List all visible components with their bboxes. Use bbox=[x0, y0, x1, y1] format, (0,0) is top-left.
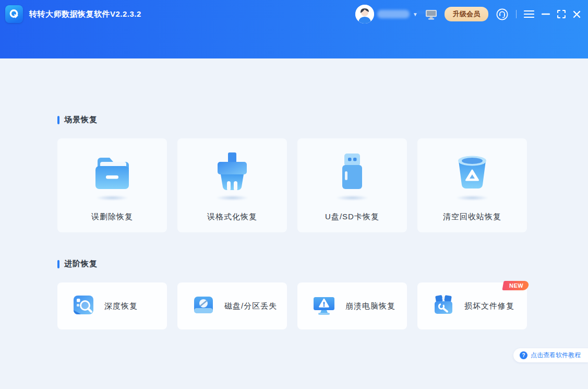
card-crashed-pc-recovery[interactable]: 崩溃电脑恢复 bbox=[297, 282, 407, 329]
user-account[interactable]: ···· ▼ bbox=[355, 5, 418, 23]
main-content: 场景恢复 误删除恢复 bbox=[0, 58, 588, 329]
folder-icon bbox=[89, 154, 135, 193]
card-recycle-bin-recovery[interactable]: 清空回收站恢复 bbox=[417, 138, 527, 232]
tutorial-label: 点击查看软件教程 bbox=[531, 351, 581, 360]
chevron-down-icon[interactable]: ▼ bbox=[413, 11, 418, 17]
card-disk-partition-loss[interactable]: 磁盘/分区丢失 bbox=[177, 282, 287, 329]
customer-service-icon[interactable] bbox=[496, 8, 509, 21]
brush-icon bbox=[209, 151, 255, 193]
recycle-bin-icon bbox=[449, 151, 495, 193]
file-repair-icon bbox=[432, 293, 455, 319]
app-title: 转转大师数据恢复软件V2.2.3.2 bbox=[29, 9, 141, 19]
crashed-pc-icon bbox=[312, 293, 336, 319]
card-label: 损坏文件修复 bbox=[464, 301, 514, 311]
card-deleted-file-recovery[interactable]: 误删除恢复 bbox=[57, 138, 167, 232]
card-label: U盘/SD卡恢复 bbox=[325, 212, 379, 222]
card-label: 磁盘/分区丢失 bbox=[224, 301, 277, 311]
icon-shadow bbox=[95, 195, 129, 201]
question-icon: ? bbox=[520, 351, 527, 359]
user-name-blurred: ···· bbox=[377, 10, 410, 18]
maximize-icon[interactable] bbox=[557, 10, 566, 18]
close-icon[interactable] bbox=[573, 10, 581, 18]
section-accent-bar bbox=[57, 260, 59, 268]
user-avatar[interactable] bbox=[355, 5, 374, 23]
minimize-icon[interactable] bbox=[542, 10, 550, 18]
disk-icon bbox=[192, 293, 215, 319]
upgrade-membership-button[interactable]: 升级会员 bbox=[445, 7, 488, 21]
section-title: 进阶恢复 bbox=[64, 259, 98, 269]
deep-scan-icon bbox=[72, 293, 95, 319]
section-title: 场景恢复 bbox=[64, 115, 98, 125]
title-bar: 转转大师数据恢复软件V2.2.3.2 ···· ▼ bbox=[0, 0, 588, 58]
card-deep-recovery[interactable]: 深度恢复 bbox=[57, 282, 167, 329]
card-label: 深度恢复 bbox=[104, 301, 138, 311]
usb-icon bbox=[329, 151, 375, 193]
card-label: 崩溃电脑恢复 bbox=[345, 301, 395, 311]
app-logo-icon bbox=[5, 5, 23, 23]
card-label: 清空回收站恢复 bbox=[443, 212, 501, 222]
card-formatted-recovery[interactable]: 误格式化恢复 bbox=[177, 138, 287, 232]
icon-shadow bbox=[335, 195, 369, 201]
icon-shadow bbox=[455, 195, 489, 201]
card-damaged-file-repair[interactable]: NEW 损坏文件修复 bbox=[417, 282, 527, 329]
card-label: 误格式化恢复 bbox=[207, 212, 257, 222]
user-name-masked-dots: ···· bbox=[417, 8, 427, 16]
icon-shadow bbox=[215, 195, 249, 201]
tutorial-button[interactable]: ? 点击查看软件教程 bbox=[513, 348, 588, 362]
card-label: 误删除恢复 bbox=[91, 212, 133, 222]
section-accent-bar bbox=[57, 116, 59, 124]
card-usb-sd-recovery[interactable]: U盘/SD卡恢复 bbox=[297, 138, 407, 232]
section-advanced-recovery: 进阶恢复 深度恢复 bbox=[57, 259, 527, 329]
titlebar-divider bbox=[516, 10, 517, 18]
section-scene-recovery: 场景恢复 误删除恢复 bbox=[57, 115, 527, 232]
new-badge: NEW bbox=[502, 281, 529, 290]
menu-icon[interactable] bbox=[524, 10, 534, 18]
